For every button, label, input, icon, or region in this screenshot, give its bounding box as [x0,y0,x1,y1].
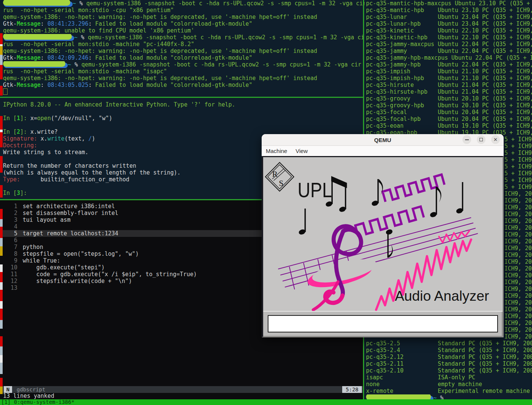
machine-list-row: pc-q35-focal-hpb Ubuntu 20.04 PC (Q35 + … [366,116,532,122]
tmux-window-label: [1] 0:qemu-system-i386* [1,399,74,405]
terminal-text: ICH9, 200 [504,279,532,286]
terminal-text: ICH9, 200 [504,292,532,299]
machine-list-row: pc-q35-groovy Ubuntu 20.10 PC (Q35 + ICH… [366,95,532,102]
terminal-text: ICH9, 200 [504,333,532,340]
terminal-pane-shell[interactable]: ~ % qemu-system-i386 -snapshot -boot c -… [0,0,366,97]
shell-line: rus -no-hpet -serial mon:stdio -cpu "x86… [3,7,366,14]
terminal-text: ~ [433,394,440,399]
terminal-text: ) [92,135,95,142]
terminal-text: : [40,54,47,61]
terminal-text: isapc ISA-only PC [366,374,475,381]
logo-letter-r: R [272,170,278,179]
terminal-text: pc-q35-focal-hpb Ubuntu 20.04 PC (Q35 + … [366,116,532,122]
qemu-guest-display[interactable]: R S UPL Audio Analyzer [262,156,504,337]
desktop: ~ % qemu-system-i386 -snapshot -boot c -… [0,0,532,405]
terminal-text: pc-q35-kinetic Ubuntu 22.10 PC (Q35 + IC… [366,27,532,34]
machine-list-row: pc-q35-jammy Ubuntu 22.04 PC (Q35 + ICH9… [366,48,532,54]
terminal-text: ICH9, 200 [504,265,532,272]
terminal-text: 2 [17,128,20,135]
terminal-text: qemu-system-i386 -snapshot -boot c -hda … [86,0,366,7]
terminal-text: 08:43:05.025 [47,82,88,88]
machine-list-row: pc-q35-jammy-hpb-maxcpus Ubuntu 22.04 PC… [366,54,532,61]
line-number: 13 [0,284,23,291]
tmux-status-bar[interactable]: [1] 0:qemu-system-i386* [0,399,532,405]
terminal-text: x.write? [30,128,57,135]
terminal-text: Failed to load module "colorreload-gtk-m… [95,54,252,61]
terminal-text: open [37,115,51,122]
redacted-text [366,394,431,399]
terminal-text: ICH9, 200 [504,313,532,320]
terminal-text: In [ [3,115,17,122]
machine-list-row: pc-q35-hirsute-hpb Ubuntu 21.04 PC (Q35 … [366,88,532,95]
terminal-text: pc-q35-2.12 Standard PC (Q35 + ICH9, 200 [366,354,532,360]
terminal-text: 08:41:23.296 [47,20,88,27]
code-text: set disassembly-flavor intel [23,210,118,216]
line-number: 6 [0,237,23,244]
qemu-window: QEMU ✕ Machine View [262,134,504,337]
shell-line: qemu-system-i386: -no-hpet: warning: -no… [3,48,366,54]
terminal-text: ICH9, 200 [504,211,532,218]
code-text: tui layout asm [23,216,70,223]
shell-line: Gtk-Message: 08:43:05.025: Failed to loa… [3,82,366,88]
qemu-titlebar[interactable]: QEMU ✕ [262,134,504,146]
shell-line [3,88,366,95]
minimize-button[interactable] [462,135,471,144]
terminal-text: pc-q35-hirsute-hpb Ubuntu 21.04 PC (Q35 … [366,88,532,95]
terminal-text: ICH9, 200 [504,299,532,306]
machine-list-row: pc-q35-kinetic Ubuntu 22.10 PC (Q35 + IC… [366,27,532,34]
terminal-text: write [47,135,64,142]
terminal-text: 1 [17,115,20,122]
terminal-text: In [ [3,190,17,196]
terminal-text: 5 + ICH9, [504,170,532,177]
terminal-text: : [88,20,95,27]
machine-list-row: isapc ISA-only PC [366,374,532,381]
terminal-text: (which is always equal to the length of … [3,169,181,176]
terminal-text: (text, [65,135,85,142]
line-number: 3 [0,216,23,223]
shell-line: qemu-system-i386: unable to find CPU mod… [3,27,366,34]
terminal-text: / [85,135,92,142]
ipython-line [3,108,363,115]
terminal-text: Gtk- [3,20,17,27]
close-icon: ✕ [493,137,498,142]
ipython-line [3,122,363,128]
upl-command-input[interactable] [268,315,498,332]
terminal-text: Return the number of characters written [3,162,136,169]
machine-list-row: x-remote Experimental remote machine [366,388,532,394]
terminal-text: pc-q35-eoan Ubuntu 19.10 PC (Q35 + ICH9, [366,122,532,129]
close-button[interactable]: ✕ [491,135,500,144]
terminal-text: pc-q35-impish Ubuntu 21.10 PC (Q35 + ICH… [366,68,532,75]
shell-line: ~ % qemu-system-i386 -snapshot -boot c -… [3,34,366,41]
qemu-menubar: Machine View [262,146,504,156]
upl-input-panel [263,311,503,337]
terminal-text: : [40,82,47,88]
machine-list-row: pc-q35-mantic-hpb Ubuntu 23.10 PC (Q35 +… [366,7,532,14]
menu-machine[interactable]: Machine [262,147,292,155]
terminal-text: : [40,20,47,27]
terminal-text: pc-q35-lunar Ubuntu 23.04 PC (Q35 + ICH9… [366,14,532,20]
maximize-button[interactable] [477,135,485,144]
window-controls: ✕ [462,135,500,144]
terminal-text: ICH9, 200 [504,286,532,292]
terminal-text: ]: [20,128,30,135]
line-number: 12 [0,278,23,284]
code-text: while True: [23,257,60,264]
editor-mode-indicator: N [4,386,12,393]
machine-list-row: pc-q35-lunar-hpb Ubuntu 23.04 PC (Q35 + … [366,20,532,27]
terminal-text: ICH9, 200 [504,204,532,211]
upl-brand-text: UPL [298,178,332,202]
machine-list-row: pc-q35-impish-hpb Ubuntu 21.10 PC (Q35 +… [366,75,532,82]
terminal-text: : [88,82,95,88]
terminal-text: pc-q35-mantic-hpb Ubuntu 23.10 PC (Q35 +… [366,7,532,14]
shell-line: Gtk-Message: 08:41:23.296: Failed to loa… [3,20,366,27]
terminal-text: ("/dev/null", "w") [51,115,112,122]
terminal-text: pc-q35-impish-hpb Ubuntu 21.10 PC (Q35 +… [366,75,532,82]
menu-view[interactable]: View [292,147,312,155]
machine-list-row: pc-q35-impish Ubuntu 21.10 PC (Q35 + ICH… [366,68,532,75]
redacted-text [3,61,65,68]
terminal-text: Gtk- [3,82,17,88]
machine-list-row: pc-q35-lunar Ubuntu 23.04 PC (Q35 + ICH9… [366,14,532,20]
shell-line: rus -no-hpet -serial mon:stdio -machine … [3,68,366,75]
shell-line: Gtk-Message: 08:42:09.246: Failed to loa… [3,54,366,61]
machine-list-row: pc-q35-2.12 Standard PC (Q35 + ICH9, 200 [366,354,532,360]
